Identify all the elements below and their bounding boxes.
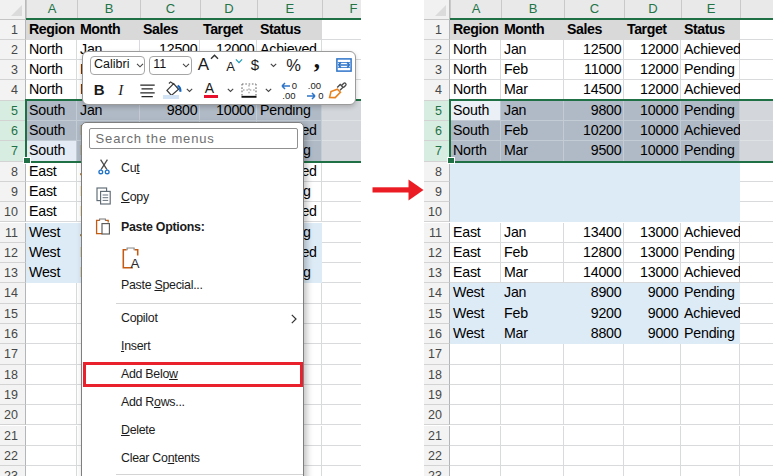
svg-text:A: A	[131, 256, 140, 269]
